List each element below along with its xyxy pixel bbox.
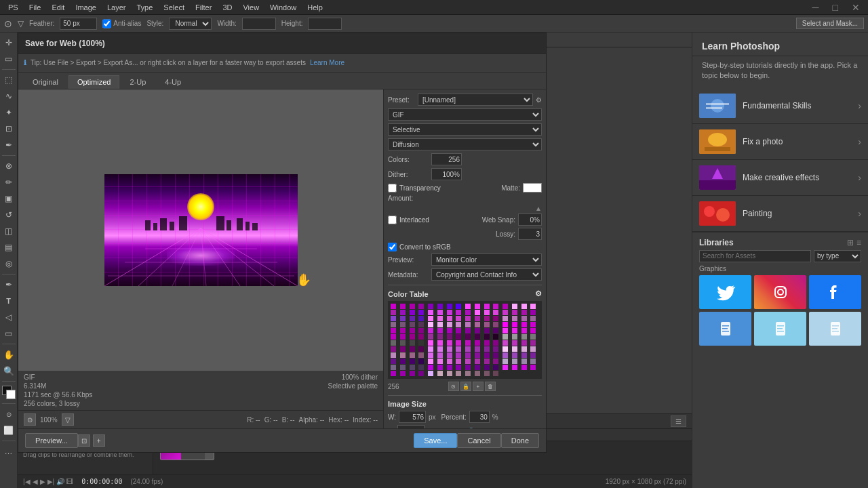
color-cell[interactable] <box>456 328 461 333</box>
color-cell[interactable] <box>447 346 452 352</box>
menu-window[interactable]: Window <box>264 2 302 13</box>
color-cell[interactable] <box>418 322 424 327</box>
tab-2up[interactable]: 2-Up <box>121 75 155 89</box>
color-cell[interactable] <box>400 359 406 364</box>
color-cell[interactable] <box>512 365 517 370</box>
color-cell[interactable] <box>512 328 517 333</box>
color-cell[interactable] <box>521 365 527 370</box>
shape-tool[interactable]: ▭ <box>1 326 16 341</box>
color-cell[interactable] <box>493 304 498 309</box>
color-cell[interactable] <box>493 359 498 364</box>
color-cell[interactable] <box>512 316 517 321</box>
color-cell[interactable] <box>418 340 424 346</box>
color-cell[interactable] <box>493 316 498 321</box>
color-cell[interactable] <box>447 371 452 376</box>
type-tool[interactable]: T <box>1 293 16 308</box>
color-cell[interactable] <box>391 352 396 358</box>
color-cell[interactable] <box>391 310 396 315</box>
color-cell[interactable] <box>493 322 498 327</box>
websnap-input[interactable] <box>518 214 542 226</box>
color-cell[interactable] <box>530 359 536 364</box>
color-cell[interactable] <box>410 371 415 376</box>
play-btn[interactable]: ▶ <box>40 478 45 485</box>
color-cell[interactable] <box>521 359 527 364</box>
gradient-tool[interactable]: ▤ <box>1 240 16 255</box>
color-cell[interactable] <box>484 310 490 315</box>
color-cell[interactable] <box>484 334 490 340</box>
minimize-icon[interactable]: ─ <box>807 1 825 14</box>
color-cell[interactable] <box>418 304 424 309</box>
render-btn[interactable]: 🎞 <box>66 478 73 485</box>
color-cell[interactable] <box>456 334 461 340</box>
color-cell[interactable] <box>447 340 452 346</box>
color-cell[interactable] <box>400 316 406 321</box>
color-cell[interactable] <box>512 359 517 364</box>
play-begin-btn[interactable]: |◀ <box>23 478 31 485</box>
color-cell[interactable] <box>530 346 536 352</box>
menu-layer[interactable]: Layer <box>102 2 132 13</box>
color-cell[interactable] <box>428 359 433 364</box>
color-cell[interactable] <box>512 304 517 309</box>
color-cell[interactable] <box>484 316 490 321</box>
color-cell[interactable] <box>391 322 396 327</box>
color-cell[interactable] <box>475 340 480 346</box>
color-cell[interactable] <box>465 316 471 321</box>
tab-original[interactable]: Original <box>24 75 67 89</box>
anti-alias-checkbox[interactable] <box>102 18 111 30</box>
color-cell[interactable] <box>493 352 498 358</box>
color-cell[interactable] <box>475 352 480 358</box>
menu-help[interactable]: Help <box>302 2 328 13</box>
ps-icon[interactable]: PS <box>3 2 24 13</box>
color-cell[interactable] <box>530 304 536 309</box>
color-cell[interactable] <box>484 340 490 346</box>
color-cell[interactable] <box>418 352 424 358</box>
dodge-tool[interactable]: ◎ <box>1 256 16 271</box>
percent-input[interactable] <box>469 411 490 423</box>
color-cell[interactable] <box>456 322 461 327</box>
hand-tool[interactable]: ✋ <box>1 347 16 362</box>
transparency-checkbox[interactable] <box>388 184 397 192</box>
preview-button[interactable]: Preview... <box>25 433 78 448</box>
color-cell[interactable] <box>512 310 517 315</box>
color-cell[interactable] <box>521 328 527 333</box>
color-cell[interactable] <box>428 334 433 340</box>
width-input[interactable] <box>242 18 276 30</box>
selective-select[interactable]: Selective <box>388 123 542 136</box>
preset-select[interactable]: [Unnamed] <box>418 94 533 106</box>
color-cell[interactable] <box>400 334 406 340</box>
color-cell[interactable] <box>530 322 536 327</box>
color-cell[interactable] <box>502 322 508 327</box>
preset-options-btn[interactable]: ⚙ <box>536 96 542 104</box>
menu-filter[interactable]: Filter <box>190 2 217 13</box>
learn-item-painting[interactable]: Painting › <box>692 196 868 232</box>
move-tool[interactable]: ✛ <box>1 35 16 50</box>
color-cell[interactable] <box>437 359 443 364</box>
color-cell[interactable] <box>475 322 480 327</box>
color-cell[interactable] <box>428 310 433 315</box>
color-cell[interactable] <box>428 365 433 370</box>
tab-optimized[interactable]: Optimized <box>68 75 120 89</box>
foreground-background-colors[interactable] <box>2 386 16 399</box>
color-cell[interactable] <box>456 352 461 358</box>
metadata-select[interactable]: Copyright and Contact Info <box>431 268 542 281</box>
color-cell[interactable] <box>475 334 480 340</box>
color-cell[interactable] <box>400 328 406 333</box>
learn-more-link[interactable]: Learn More <box>310 59 344 66</box>
color-cell[interactable] <box>410 334 415 340</box>
color-cell[interactable] <box>530 365 536 370</box>
color-cell[interactable] <box>410 316 415 321</box>
color-cell[interactable] <box>418 310 424 315</box>
play-next-btn[interactable]: ▶| <box>47 478 55 485</box>
color-cell[interactable] <box>428 328 433 333</box>
color-cell[interactable] <box>465 310 471 315</box>
color-cell[interactable] <box>456 310 461 315</box>
color-cell[interactable] <box>410 346 415 352</box>
color-cell[interactable] <box>400 346 406 352</box>
select-mask-button[interactable]: Select and Mask... <box>796 18 864 29</box>
matte-color[interactable] <box>523 183 542 192</box>
color-cell[interactable] <box>475 304 480 309</box>
color-cell[interactable] <box>410 304 415 309</box>
color-cell[interactable] <box>465 365 471 370</box>
eyedropper-tool[interactable]: ✒ <box>1 138 16 152</box>
close-icon[interactable]: ✕ <box>846 1 865 14</box>
